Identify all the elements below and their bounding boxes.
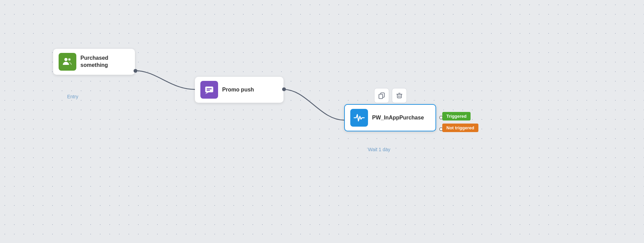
triggered-badge: Triggered <box>442 112 471 120</box>
promo-push-icon <box>200 81 218 99</box>
event-check-label: PW_InAppPurchase <box>372 114 424 121</box>
copy-button[interactable] <box>374 88 389 103</box>
entry-node[interactable]: Purchased something <box>53 49 135 75</box>
svg-rect-7 <box>379 94 383 99</box>
wait-label: Wait 1 day <box>368 147 390 152</box>
event-check-node[interactable]: PW_InAppPurchase <box>344 104 436 131</box>
svg-point-0 <box>64 58 67 61</box>
event-check-icon <box>350 109 368 127</box>
entry-node-icon <box>59 53 76 71</box>
svg-rect-5 <box>207 90 210 91</box>
entry-tag: Entry <box>67 94 78 99</box>
promo-push-label: Promo push <box>222 86 254 94</box>
not-triggered-badge: Not triggered <box>442 124 478 132</box>
promo-push-node[interactable]: Promo push <box>195 77 283 103</box>
svg-marker-3 <box>205 92 209 94</box>
entry-connector-dot <box>134 69 137 73</box>
svg-rect-2 <box>205 86 213 92</box>
action-buttons-group <box>374 88 407 103</box>
svg-rect-8 <box>397 94 401 98</box>
delete-button[interactable] <box>392 88 407 103</box>
promo-connector-dot <box>282 87 286 91</box>
svg-rect-4 <box>207 88 212 89</box>
svg-point-1 <box>68 58 71 61</box>
entry-node-label: Purchased something <box>80 55 129 69</box>
